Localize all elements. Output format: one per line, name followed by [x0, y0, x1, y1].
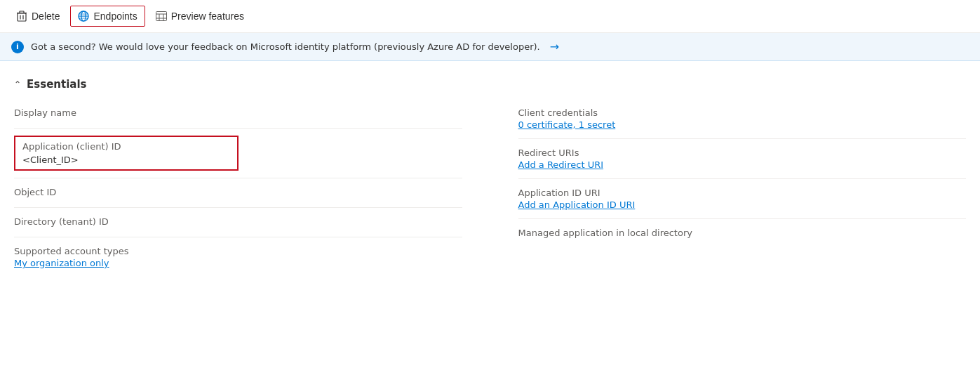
client-credentials-field: Client credentials 0 certificate, 1 secr… — [518, 102, 967, 136]
client-credentials-label: Client credentials — [518, 107, 967, 118]
svg-rect-10 — [156, 12, 166, 21]
managed-app-field: Managed application in local directory — [518, 222, 967, 245]
divider-4 — [14, 237, 462, 237]
client-id-value: <Client_ID> — [22, 155, 230, 165]
banner-message: Got a second? We would love your feedbac… — [31, 41, 540, 52]
redirect-uris-field: Redirect URIs Add a Redirect URI — [518, 142, 967, 176]
app-id-uri-field: Application ID URI Add an Application ID… — [518, 182, 967, 216]
delete-icon — [16, 11, 27, 22]
svg-rect-0 — [18, 13, 26, 21]
client-id-label: Application (client) ID — [22, 141, 230, 152]
main-content: ⌃ Essentials Display name Application (c… — [0, 61, 980, 291]
account-types-label: Supported account types — [14, 246, 462, 256]
delete-button[interactable]: Delete — [8, 6, 67, 27]
display-name-field: Display name — [14, 102, 462, 125]
divider-2 — [14, 178, 462, 178]
divider-3 — [14, 207, 462, 208]
essentials-left: Display name Application (client) ID <Cl… — [14, 102, 490, 274]
info-banner: i Got a second? We would love your feedb… — [0, 33, 980, 61]
endpoints-label: Endpoints — [93, 11, 137, 22]
app-id-uri-label: Application ID URI — [518, 188, 967, 198]
tenant-id-label: Directory (tenant) ID — [14, 216, 462, 227]
toolbar: Delete Endpoints Preview features — [0, 0, 980, 33]
divider-r1 — [518, 138, 967, 139]
tenant-id-field: Directory (tenant) ID — [14, 211, 462, 234]
preview-features-icon — [156, 11, 167, 22]
endpoints-button[interactable]: Endpoints — [70, 6, 145, 27]
divider-r3 — [518, 218, 967, 219]
account-types-value[interactable]: My organization only — [14, 258, 462, 268]
svg-rect-4 — [20, 11, 24, 13]
object-id-field: Object ID — [14, 181, 462, 204]
chevron-icon: ⌃ — [14, 79, 21, 89]
essentials-header: ⌃ Essentials — [14, 78, 966, 91]
redirect-uris-label: Redirect URIs — [518, 148, 967, 158]
redirect-uris-value[interactable]: Add a Redirect URI — [518, 159, 967, 170]
account-types-field: Supported account types My organization … — [14, 240, 462, 274]
preview-features-button[interactable]: Preview features — [148, 6, 252, 27]
divider-r2 — [518, 178, 967, 179]
client-id-field-wrapper: Application (client) ID <Client_ID> — [14, 133, 462, 173]
client-id-field: Application (client) ID <Client_ID> — [14, 136, 239, 171]
preview-features-label: Preview features — [171, 11, 244, 22]
essentials-title: Essentials — [27, 78, 86, 91]
managed-app-label: Managed application in local directory — [518, 228, 967, 238]
essentials-right: Client credentials 0 certificate, 1 secr… — [490, 102, 967, 274]
app-id-uri-value[interactable]: Add an Application ID URI — [518, 199, 967, 210]
info-icon: i — [11, 41, 24, 53]
object-id-label: Object ID — [14, 187, 462, 197]
divider-1 — [14, 128, 462, 129]
banner-arrow[interactable]: → — [550, 40, 559, 53]
display-name-label: Display name — [14, 107, 462, 118]
client-credentials-value[interactable]: 0 certificate, 1 secret — [518, 119, 967, 130]
essentials-grid: Display name Application (client) ID <Cl… — [14, 102, 966, 274]
delete-label: Delete — [32, 11, 60, 22]
endpoints-icon — [78, 11, 89, 22]
